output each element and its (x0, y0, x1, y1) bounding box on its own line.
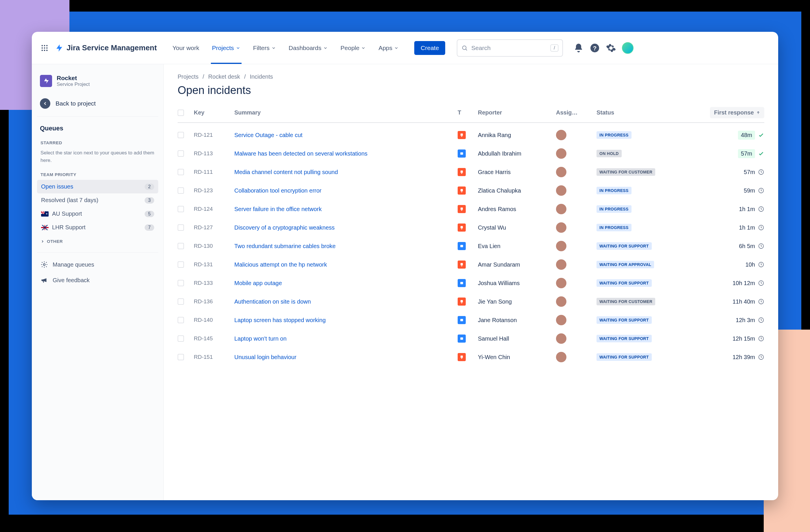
assignee-avatar[interactable] (556, 278, 566, 288)
column-assignee[interactable]: Assig… (556, 109, 597, 116)
issue-key[interactable]: RD-131 (194, 261, 234, 268)
nav-item-apps[interactable]: Apps (372, 32, 405, 64)
row-checkbox[interactable] (178, 132, 184, 138)
column-reporter[interactable]: Reporter (478, 109, 556, 116)
issue-key[interactable]: RD-130 (194, 243, 234, 249)
nav-item-people[interactable]: People (334, 32, 372, 64)
row-checkbox[interactable] (178, 169, 184, 175)
manage-queues[interactable]: Manage queues (37, 257, 158, 272)
issue-key[interactable]: RD-111 (194, 169, 234, 175)
breadcrumb-item[interactable]: Projects (178, 73, 198, 80)
assignee-avatar[interactable] (556, 315, 566, 325)
issue-key[interactable]: RD-140 (194, 317, 234, 323)
row-checkbox[interactable] (178, 280, 184, 286)
issue-summary-link[interactable]: Malicious attempt on the hp network (234, 261, 458, 269)
issue-summary-link[interactable]: Service Outage - cable cut (234, 131, 458, 139)
breadcrumb-item[interactable]: Incidents (250, 73, 273, 80)
settings-icon[interactable] (606, 43, 616, 53)
row-checkbox[interactable] (178, 261, 184, 268)
status-badge[interactable]: IN PROGRESS (597, 131, 632, 139)
assignee-avatar[interactable] (556, 222, 566, 233)
column-key[interactable]: Key (194, 109, 234, 116)
issue-key[interactable]: RD-121 (194, 132, 234, 138)
nav-item-your-work[interactable]: Your work (166, 32, 206, 64)
nav-item-projects[interactable]: Projects (206, 32, 247, 64)
issue-summary-link[interactable]: Authentication on site is down (234, 298, 458, 305)
issue-key[interactable]: RD-136 (194, 298, 234, 305)
issue-summary-link[interactable]: Malware has been detected on several wor… (234, 149, 458, 157)
issue-summary-link[interactable]: Discovery of a cryptographic weakness (234, 223, 458, 232)
nav-item-dashboards[interactable]: Dashboards (282, 32, 334, 64)
give-feedback[interactable]: Give feedback (37, 272, 158, 288)
status-badge[interactable]: WAITING FOR SUPPORT (597, 242, 652, 250)
assignee-avatar[interactable] (556, 167, 566, 177)
row-checkbox[interactable] (178, 243, 184, 249)
row-checkbox[interactable] (178, 150, 184, 157)
status-badge[interactable]: WAITING FOR SUPPORT (597, 335, 652, 342)
status-badge[interactable]: WAITING FOR APPROVAL (597, 261, 654, 268)
issue-summary-link[interactable]: Media channel content not pulling sound (234, 168, 458, 176)
queue-item[interactable]: LHR Support7 (37, 221, 158, 234)
issue-summary-link[interactable]: Collaboration tool encryption error (234, 186, 458, 195)
queue-item[interactable]: AU Support5 (37, 207, 158, 221)
issue-key[interactable]: RD-123 (194, 187, 234, 194)
assignee-avatar[interactable] (556, 148, 566, 159)
status-badge[interactable]: IN PROGRESS (597, 205, 632, 213)
status-badge[interactable]: WAITING FOR SUPPORT (597, 279, 652, 287)
app-switcher-icon[interactable] (39, 42, 50, 54)
status-badge[interactable]: WAITING FOR CUSTOMER (597, 168, 655, 176)
row-checkbox[interactable] (178, 354, 184, 360)
assignee-avatar[interactable] (556, 296, 566, 307)
issue-key[interactable]: RD-133 (194, 280, 234, 286)
back-to-project[interactable]: Back to project (37, 94, 158, 117)
row-checkbox[interactable] (178, 317, 184, 323)
queue-item[interactable]: Open issues2 (37, 180, 158, 194)
create-button[interactable]: Create (414, 41, 445, 55)
issue-summary-link[interactable]: Unusual login behaviour (234, 353, 458, 361)
status-badge[interactable]: ON HOLD (597, 150, 622, 157)
notifications-icon[interactable] (573, 43, 584, 53)
row-checkbox[interactable] (178, 335, 184, 342)
issue-summary-link[interactable]: Laptop won't turn on (234, 334, 458, 343)
user-avatar[interactable] (622, 42, 634, 54)
issue-key[interactable]: RD-124 (194, 206, 234, 212)
search-input[interactable] (471, 45, 547, 51)
status-badge[interactable]: IN PROGRESS (597, 187, 632, 194)
help-icon[interactable]: ? (589, 43, 600, 53)
status-badge[interactable]: IN PROGRESS (597, 224, 632, 231)
assignee-avatar[interactable] (556, 333, 566, 344)
queue-item[interactable]: Resolved (last 7 days)3 (37, 194, 158, 207)
column-first-response[interactable]: First response (710, 107, 764, 118)
issue-summary-link[interactable]: Two redundant submarine cables broke (234, 242, 458, 250)
status-badge[interactable]: WAITING FOR SUPPORT (597, 316, 652, 324)
status-badge[interactable]: WAITING FOR CUSTOMER (597, 298, 655, 305)
assignee-avatar[interactable] (556, 204, 566, 214)
row-checkbox[interactable] (178, 298, 184, 305)
issue-summary-link[interactable]: Laptop screen has stopped working (234, 316, 458, 324)
assignee-avatar[interactable] (556, 185, 566, 196)
issue-key[interactable]: RD-127 (194, 225, 234, 231)
issue-key[interactable]: RD-145 (194, 335, 234, 342)
other-section-toggle[interactable]: OTHER (37, 234, 158, 248)
assignee-avatar[interactable] (556, 130, 566, 140)
project-header[interactable]: Rocket Service Project (37, 73, 158, 94)
row-checkbox[interactable] (178, 206, 184, 212)
row-checkbox[interactable] (178, 187, 184, 194)
assignee-avatar[interactable] (556, 259, 566, 270)
assignee-avatar[interactable] (556, 352, 566, 362)
column-summary[interactable]: Summary (234, 109, 458, 116)
nav-item-filters[interactable]: Filters (247, 32, 282, 64)
status-badge[interactable]: WAITING FOR SUPPORT (597, 353, 652, 361)
issue-key[interactable]: RD-113 (194, 150, 234, 157)
row-checkbox[interactable] (178, 225, 184, 231)
search-box[interactable]: / (457, 39, 563, 57)
issue-key[interactable]: RD-151 (194, 354, 234, 360)
issue-summary-link[interactable]: Server failure in the office network (234, 205, 458, 213)
product-logo[interactable]: Jira Service Management (55, 44, 157, 52)
breadcrumb-item[interactable]: Rocket desk (208, 73, 240, 80)
column-status[interactable]: Status (597, 109, 689, 116)
column-type[interactable]: T (458, 109, 478, 116)
issue-summary-link[interactable]: Mobile app outage (234, 279, 458, 287)
assignee-avatar[interactable] (556, 241, 566, 251)
select-all-checkbox[interactable] (178, 110, 184, 116)
